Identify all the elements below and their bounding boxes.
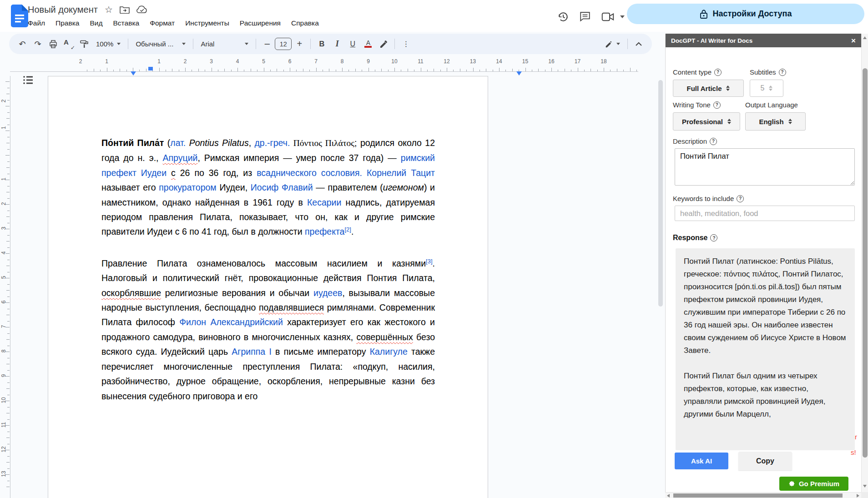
- increase-font-size-button[interactable]: +: [292, 37, 307, 51]
- link-text[interactable]: Калигуле: [370, 347, 408, 357]
- right-indent-marker[interactable]: [516, 71, 522, 75]
- link-text[interactable]: прокуратором: [159, 182, 216, 192]
- menu-item-format[interactable]: Формат: [146, 18, 179, 29]
- font-select[interactable]: Arial: [197, 37, 252, 51]
- editing-mode-select[interactable]: [601, 37, 624, 51]
- link-text[interactable]: Апруций: [163, 153, 198, 163]
- ruler-tick: [133, 68, 133, 71]
- comments-icon[interactable]: [578, 10, 592, 24]
- ruler-tick: [7, 382, 10, 383]
- go-premium-button[interactable]: Go Premium: [779, 477, 848, 491]
- scroll-right-icon[interactable]: [857, 494, 859, 498]
- output-language-select[interactable]: English: [745, 112, 806, 131]
- scroll-up-icon[interactable]: [863, 36, 867, 39]
- first-line-indent-marker[interactable]: [148, 67, 153, 70]
- underline-button[interactable]: U: [345, 37, 360, 51]
- description-textarea[interactable]: Понтий Пилат: [675, 148, 855, 186]
- link-text[interactable]: лат.: [170, 138, 186, 148]
- document-outline-button[interactable]: [20, 72, 36, 88]
- collapse-toolbar-button[interactable]: [631, 37, 646, 51]
- paint-format-button[interactable]: [76, 37, 92, 51]
- redo-button[interactable]: ↷: [30, 37, 45, 51]
- undo-button[interactable]: ↶: [15, 37, 30, 51]
- ruler-number: 9: [0, 372, 7, 380]
- paragraph-style-select[interactable]: Обычный ...: [131, 37, 190, 51]
- ruler-tick: [610, 70, 611, 71]
- menu-item-edit[interactable]: Правка: [51, 18, 83, 29]
- text-color-button[interactable]: A: [360, 37, 376, 51]
- font-size-input[interactable]: 12: [275, 38, 292, 50]
- menu-item-file[interactable]: Файл: [24, 18, 49, 29]
- scroll-down-icon[interactable]: [863, 485, 867, 488]
- response-output[interactable]: Понтий Пилат (латинское: Pontius Pilātus…: [676, 248, 855, 450]
- ruler-tick: [5, 425, 10, 426]
- sidebar-horizontal-scrollbar[interactable]: [665, 492, 861, 498]
- toolbar-divider: [193, 39, 193, 49]
- help-icon[interactable]: ?: [779, 69, 786, 76]
- ruler-tick: [172, 69, 172, 71]
- star-icon[interactable]: ☆: [105, 4, 113, 15]
- ruler-tick: [6, 192, 10, 192]
- ruler-tick: [5, 401, 10, 401]
- sidebar-horizontal-scrollbar-thumb[interactable]: [673, 493, 843, 498]
- close-icon[interactable]: ×: [851, 37, 856, 45]
- highlight-color-button[interactable]: [376, 37, 391, 51]
- ruler-tick: [6, 487, 10, 487]
- content-type-select[interactable]: Full Article: [673, 80, 744, 97]
- ruler-tick: [113, 70, 114, 71]
- ruler-tick: [7, 309, 10, 309]
- help-icon[interactable]: ?: [737, 195, 744, 202]
- italic-button[interactable]: I: [329, 37, 345, 51]
- decrease-font-size-button[interactable]: −: [259, 37, 275, 51]
- menu-item-help[interactable]: Справка: [287, 18, 323, 29]
- ruler-tick: [7, 444, 10, 444]
- ruler-number: 5: [0, 273, 7, 282]
- link-text[interactable]: Иосиф Флавий: [251, 182, 313, 192]
- link-text[interactable]: Кесарии: [307, 197, 341, 207]
- more-toolbar-options-button[interactable]: ⋮: [398, 37, 414, 51]
- link-text[interactable]: др.-греч.: [254, 138, 290, 148]
- menu-item-tools[interactable]: Инструменты: [181, 18, 233, 29]
- copy-button[interactable]: Copy: [738, 452, 792, 470]
- ask-ai-button[interactable]: Ask AI: [675, 453, 728, 469]
- menu-item-extensions[interactable]: Расширения: [236, 18, 285, 29]
- help-icon[interactable]: ?: [713, 101, 721, 109]
- link-text[interactable]: префекта: [305, 226, 344, 236]
- link-text[interactable]: Филон Александрийский: [179, 317, 283, 327]
- help-icon[interactable]: ?: [714, 69, 722, 76]
- link-text[interactable]: [2]: [344, 226, 351, 233]
- link-text[interactable]: всаднического сословия.: [257, 168, 362, 178]
- link-text[interactable]: Корнелий Тацит: [367, 168, 435, 178]
- help-icon[interactable]: ?: [710, 234, 717, 241]
- subtitles-spinner[interactable]: 5: [750, 80, 783, 97]
- ruler-tick: [6, 94, 10, 94]
- link-text[interactable]: иудеев: [313, 288, 342, 298]
- move-folder-icon[interactable]: [120, 5, 130, 14]
- link-text[interactable]: [3]: [426, 258, 432, 265]
- print-button[interactable]: [45, 37, 61, 51]
- sidebar-vertical-scrollbar[interactable]: [861, 34, 868, 492]
- keywords-input[interactable]: [675, 206, 855, 221]
- cloud-saved-icon[interactable]: [136, 5, 147, 14]
- writing-tone-select[interactable]: Professional: [673, 112, 740, 131]
- meet-dropdown-caret-icon[interactable]: [620, 15, 625, 18]
- left-indent-marker[interactable]: [131, 71, 136, 75]
- document-page[interactable]: По́нтий Пила́т (лат. Pontius Pilatus, др…: [48, 76, 488, 498]
- menu-item-insert[interactable]: Вставка: [109, 18, 144, 29]
- version-history-icon[interactable]: [556, 10, 570, 24]
- document-scrollbar-thumb[interactable]: [658, 80, 663, 307]
- help-icon[interactable]: ?: [710, 138, 717, 145]
- sidebar-vertical-scrollbar-thumb[interactable]: [863, 68, 868, 458]
- content-type-value: Full Article: [687, 85, 722, 92]
- ruler-number: 4: [0, 249, 7, 257]
- text-run: [290, 138, 293, 148]
- scroll-left-icon[interactable]: [667, 494, 670, 498]
- share-button[interactable]: Настройки Доступа: [627, 4, 864, 24]
- menu-item-view[interactable]: Вид: [86, 18, 106, 29]
- document-title[interactable]: Новый документ: [28, 5, 98, 15]
- link-text[interactable]: Агриппа I: [232, 347, 271, 357]
- zoom-select[interactable]: 100%: [92, 37, 125, 51]
- spellcheck-button[interactable]: A✓: [61, 37, 76, 51]
- bold-button[interactable]: B: [314, 37, 329, 51]
- meet-video-icon[interactable]: [601, 10, 615, 24]
